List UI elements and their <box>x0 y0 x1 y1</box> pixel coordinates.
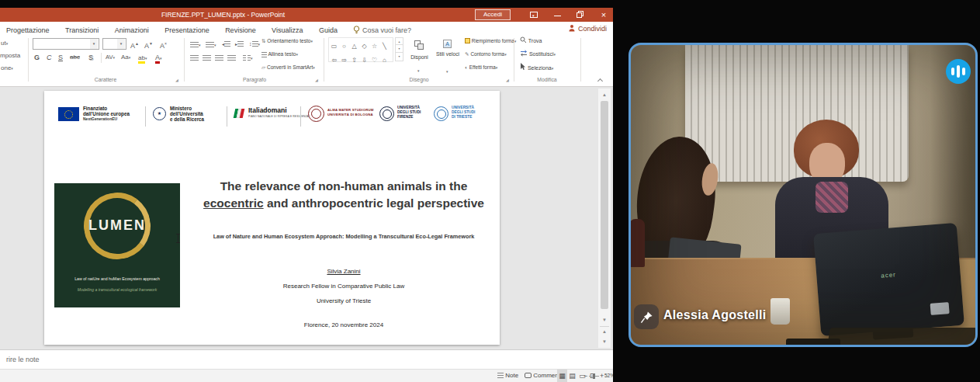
titlebar[interactable]: FIRENZE.PPT_LUMEN.pptx - PowerPoint Acce… <box>0 8 613 22</box>
align-left-button[interactable] <box>190 52 199 63</box>
change-case-button[interactable]: Aa▾ <box>121 52 130 63</box>
shapes-gallery-scroll[interactable]: ▴ ▾ ▾ <box>395 37 403 61</box>
smartart-icon: ▱ <box>261 64 267 70</box>
select-button[interactable]: Seleziona▾ <box>520 63 553 73</box>
ministero-text: Ministero dell'Università e della Ricerc… <box>170 106 204 122</box>
font-color-button[interactable]: A▾ <box>155 52 162 64</box>
align-center-button[interactable] <box>203 52 211 63</box>
minimize-button[interactable] <box>548 8 566 22</box>
notes-pane[interactable]: rire le note <box>0 349 613 369</box>
justify-button[interactable] <box>227 52 236 63</box>
slide-title-textbox[interactable]: The relevance of non-human animals in th… <box>189 178 499 212</box>
scroll-up-arrow[interactable]: ▲ <box>600 90 609 99</box>
close-icon: × <box>601 10 606 19</box>
text-orientation-button[interactable]: ⇅ Orientamento testo▾ <box>261 36 313 46</box>
shape-callout-icon: ⌂ <box>379 54 390 66</box>
zoom-in-button[interactable]: + <box>600 370 604 382</box>
collapse-ribbon-button[interactable] <box>597 78 604 84</box>
align-right-button[interactable] <box>215 52 223 63</box>
bullets-button[interactable]: ▾ <box>190 39 201 50</box>
clear-formatting-button[interactable]: A× <box>160 38 167 51</box>
highlight-color-button[interactable]: ab▾ <box>138 52 147 64</box>
reset-button-clipped[interactable]: mposta <box>0 50 20 61</box>
slide-subtitle-textbox[interactable]: Law of Nature and Human Ecosystem Approa… <box>189 233 499 240</box>
sign-in-button[interactable]: Accedi <box>475 9 511 20</box>
slide-canvas[interactable]: Finanziato dall'Unione europea NextGener… <box>44 91 500 345</box>
shapes-gallery[interactable]: ▭○△◇☆╲ ⇦⇨⇧⇩♡⌂ <box>328 37 393 62</box>
slide-editing-area[interactable]: Finanziato dall'Unione europea NextGener… <box>0 87 613 349</box>
layout-button-clipped[interactable]: ut▾ <box>1 37 8 49</box>
arrange-button[interactable]: Disponi ▾ <box>407 37 432 75</box>
find-button[interactable]: Trova <box>520 36 542 46</box>
shape-ellipse-icon: ○ <box>339 40 349 52</box>
shape-arrow-down-icon: ⇩ <box>359 54 369 66</box>
shapes-scroll-up[interactable]: ▴ <box>395 37 403 45</box>
shape-fill-button[interactable]: Riempimento forma▾ <box>465 36 516 46</box>
notes-toggle-button[interactable]: Note <box>497 370 518 382</box>
pin-button[interactable] <box>634 304 659 329</box>
quick-styles-button[interactable]: A Stili veloci ▾ <box>435 37 461 75</box>
text-shadow-button[interactable]: S <box>88 52 93 63</box>
font-size-combo[interactable]: ▾ <box>102 38 126 50</box>
shape-diamond-icon: ◇ <box>359 40 369 52</box>
cup <box>770 298 790 325</box>
lumen-logo[interactable]: LUMEN Law of natUre and huMan Ecosystem … <box>54 183 180 307</box>
shape-effects-icon: ◐ <box>465 64 468 70</box>
previous-slide-button[interactable]: ▲ <box>600 326 609 335</box>
participant-name-label: Alessia Agostelli <box>663 308 767 322</box>
video-call-panel[interactable]: acer Alessia Agostelli <box>629 43 978 347</box>
scroll-down-arrow[interactable]: ▼ <box>600 315 609 325</box>
ribbon-display-options-button[interactable]: ▾ <box>525 8 543 22</box>
slide-sorter-view-button[interactable]: ▤ <box>567 370 577 382</box>
author-textbox[interactable]: Silvia Zanini Research Fellow in Compara… <box>189 268 499 328</box>
author-affiliation: University of Trieste <box>189 297 499 304</box>
replace-button[interactable]: Sostituisci▾ <box>520 50 556 59</box>
ministero-emblem-icon: ★ <box>153 107 166 120</box>
lumen-sub2: Modelling a transcultural ecological fra… <box>56 287 178 292</box>
scrollbar-thumb[interactable] <box>601 101 608 309</box>
select-cursor-icon <box>520 63 526 71</box>
convert-smartart-button[interactable]: ▱ Converti in SmartArt▾ <box>261 63 315 72</box>
align-text-button[interactable]: Allinea testo▾ <box>261 50 298 59</box>
notes-placeholder[interactable]: rire le note <box>6 356 40 363</box>
next-slide-button[interactable]: ▼ <box>600 337 609 346</box>
share-button[interactable]: Condividi <box>568 22 607 36</box>
powerpoint-window[interactable]: FIRENZE.PPT_LUMEN.pptx - PowerPoint Acce… <box>0 8 613 382</box>
shape-heart-icon: ♡ <box>369 54 379 66</box>
grow-font-button[interactable]: A▲ <box>130 38 139 51</box>
decrease-indent-button[interactable]: ◂ <box>222 39 230 50</box>
comments-toggle-button[interactable]: Commenti <box>525 370 562 382</box>
vertical-scrollbar[interactable]: ▲ ▼ ▲ ▼ <box>598 89 611 348</box>
numbering-button[interactable]: ▾ <box>206 39 216 50</box>
ribbon-tab-row: Progettazione Transizioni Animazioni Pre… <box>0 22 613 36</box>
underline-button[interactable]: S <box>58 52 63 63</box>
columns-button[interactable]: ▾ <box>243 52 253 64</box>
shapes-scroll-down[interactable]: ▾ <box>395 45 403 53</box>
shape-outline-icon: ✎ <box>465 51 469 57</box>
firenze-text: UNIVERSITÀ DEGLI STUDI FIRENZE <box>397 106 421 120</box>
shrink-font-button[interactable]: A▼ <box>144 38 153 51</box>
bottle <box>629 219 645 267</box>
strikethrough-button[interactable]: abc <box>70 52 80 63</box>
meeting-app-logo-icon[interactable] <box>946 59 971 84</box>
shape-effects-button[interactable]: ◐ Effetti forma▾ <box>465 63 497 72</box>
group-label-font: Carattere <box>33 77 178 82</box>
increase-indent-button[interactable]: ▸ <box>235 39 244 50</box>
eu-flag-icon <box>58 107 79 121</box>
shapes-more-button[interactable]: ▾ <box>395 53 403 61</box>
italic-button[interactable]: C <box>47 52 52 63</box>
zoom-percentage[interactable]: 52% <box>604 370 613 382</box>
logo-strip[interactable]: Finanziato dall'Unione europea NextGener… <box>44 97 500 128</box>
restore-button[interactable] <box>571 8 590 22</box>
keyboard-papers <box>827 328 977 346</box>
character-spacing-button[interactable]: AV▾ <box>106 52 115 63</box>
close-button[interactable]: × <box>594 8 613 22</box>
normal-view-button[interactable]: ▦ <box>557 370 567 382</box>
bold-button[interactable]: G <box>34 52 40 63</box>
font-name-combo[interactable]: ▾ <box>33 38 99 50</box>
line-spacing-button[interactable]: ↕▾ <box>249 39 260 50</box>
shape-outline-button[interactable]: ✎ Contorno forma▾ <box>465 50 507 59</box>
zoom-slider-thumb[interactable] <box>593 373 595 379</box>
section-button-clipped[interactable]: one▾ <box>1 62 13 74</box>
zoom-out-button[interactable]: − <box>583 370 587 382</box>
